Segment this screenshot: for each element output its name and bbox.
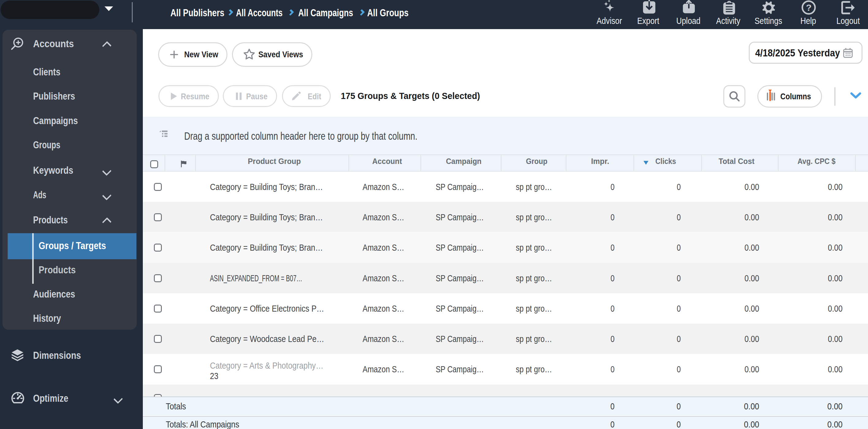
svg-text:?: ? [806,2,812,12]
